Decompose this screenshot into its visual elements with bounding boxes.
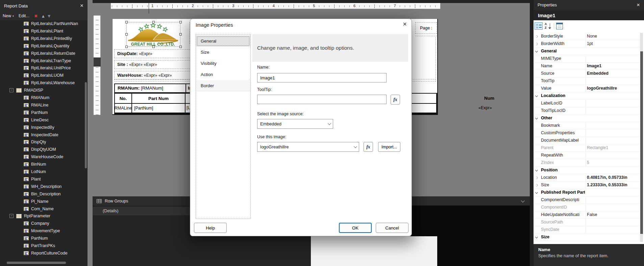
tree-field-item[interactable]: RptLiteralsLPlant <box>0 27 85 35</box>
tree-field-item[interactable]: ReportCultureCode <box>0 249 85 257</box>
property-row[interactable]: BorderWidth1pt <box>534 40 640 48</box>
group-collapse-icon[interactable] <box>535 117 538 119</box>
resize-handle[interactable] <box>152 46 155 48</box>
tree-field-item[interactable]: Bin_Description <box>0 190 85 198</box>
property-row[interactable]: ToolTip <box>534 77 640 85</box>
property-value[interactable]: 1.23333in, 0.55333in <box>587 183 639 187</box>
tree-field-item[interactable]: Plant <box>0 175 85 183</box>
property-value[interactable]: 0.40817in, 0.05733in <box>587 175 639 180</box>
property-row[interactable]: SyncDate <box>534 226 640 234</box>
property-value[interactable]: None <box>587 34 639 39</box>
tooltip-fx-button[interactable]: fx <box>391 95 400 104</box>
image-select[interactable]: logoGreathillre <box>257 142 359 152</box>
categorized-icon[interactable] <box>535 22 543 30</box>
tree-field-item[interactable]: WareHouseCode <box>0 153 85 161</box>
tree-field-item[interactable]: RMANum <box>0 94 85 101</box>
dialog-tab-visibility[interactable]: Visibility <box>196 58 250 69</box>
property-group-row[interactable]: Position <box>534 167 640 174</box>
new-button[interactable]: New▾ <box>3 14 14 18</box>
property-row[interactable]: LabelLocID <box>534 100 640 107</box>
property-row[interactable]: HideUpdateNotificatiFalse <box>534 211 640 219</box>
tree-field-item[interactable]: RptLiteralsLUnitPrice <box>0 64 85 72</box>
tree-field-item[interactable]: RptLiteralsLWarehouse <box>0 79 85 87</box>
col-partnum[interactable]: Part Num <box>132 94 185 103</box>
property-row[interactable]: Bookmark <box>534 122 640 129</box>
resize-handle[interactable] <box>152 21 155 23</box>
tree-field-item[interactable]: LineDesc <box>0 116 85 124</box>
group-collapse-icon[interactable] <box>535 94 538 97</box>
delete-icon[interactable]: ✖ <box>34 14 38 19</box>
edit-button[interactable]: Edit... <box>19 14 29 18</box>
tree-field-item[interactable]: Com_Name <box>0 205 85 213</box>
dialog-tab-border[interactable]: Border <box>196 80 250 91</box>
close-icon[interactable]: × <box>80 2 83 9</box>
resize-handle[interactable] <box>125 46 128 48</box>
property-row[interactable]: Size1.23333in, 0.55333in <box>534 182 640 189</box>
property-row[interactable]: ZIndex5 <box>534 159 640 167</box>
properties-scrollbar-track[interactable] <box>640 33 643 242</box>
property-expander-icon[interactable] <box>535 176 538 179</box>
property-value[interactable]: Rectangle1 <box>587 145 639 150</box>
tree-field-item[interactable]: RptLiteralsLReturnDate <box>0 50 85 57</box>
property-row[interactable]: ValuelogoGreathillre <box>534 85 640 92</box>
tree-field-item[interactable]: PartTranPKs <box>0 242 85 249</box>
ok-button[interactable]: OK <box>339 223 372 233</box>
property-expander-icon[interactable] <box>535 184 538 187</box>
tooltip-input[interactable] <box>257 95 387 104</box>
tree-field-item[interactable]: PartNum <box>0 235 85 242</box>
collapse-expander-icon[interactable]: − <box>9 88 14 92</box>
move-down-icon[interactable]: ▼ <box>48 14 51 18</box>
tree-field-item[interactable]: RptLiteralsLTranType <box>0 57 85 65</box>
tree-field-item[interactable]: DispQtyUOM <box>0 146 85 153</box>
dialog-tab-size[interactable]: Size <box>196 47 250 58</box>
resize-handle[interactable] <box>125 33 128 35</box>
page-number-textbox[interactable]: Page : <box>415 22 437 34</box>
property-row[interactable]: ParentRectangle1 <box>534 144 640 152</box>
collapse-expander-icon[interactable]: − <box>9 214 14 218</box>
tree-field-item[interactable]: RptLiteralsLQuantity <box>0 42 85 50</box>
help-button[interactable]: Help <box>194 223 227 233</box>
vertical-scrollbar[interactable] <box>85 82 87 168</box>
property-group-row[interactable]: Size <box>534 234 640 241</box>
tree-field-item[interactable]: LotNum <box>0 168 85 175</box>
resize-handle[interactable] <box>179 33 182 35</box>
property-row[interactable]: ComponentID <box>534 204 640 211</box>
property-row[interactable]: CustomProperties <box>534 129 640 137</box>
cancel-button[interactable]: Cancel <box>376 223 408 233</box>
tree-field-item[interactable]: InspectedDate <box>0 131 85 139</box>
property-row[interactable]: DocumentMapLabel <box>534 137 640 144</box>
group-collapse-icon[interactable] <box>535 169 538 171</box>
property-row[interactable]: Location0.40817in, 0.05733in <box>534 174 640 182</box>
property-row[interactable]: SourcePath <box>534 219 640 226</box>
group-collapse-icon[interactable] <box>535 191 538 194</box>
property-value[interactable]: Image1 <box>587 64 639 68</box>
image-fx-button[interactable]: fx <box>364 142 373 152</box>
property-group-row[interactable]: Localization <box>534 92 640 100</box>
property-group-row[interactable]: General <box>534 48 640 55</box>
tree-field-item[interactable]: MovementType <box>0 227 85 235</box>
tree-field-item[interactable]: RMALine <box>0 101 85 109</box>
properties-scrollbar-thumb[interactable] <box>640 51 643 234</box>
group-collapse-icon[interactable] <box>535 236 538 238</box>
property-value[interactable]: logoGreathillre <box>587 86 639 91</box>
tree-field-item[interactable]: Pl_Name <box>0 198 85 205</box>
property-value[interactable]: 1pt <box>587 41 639 46</box>
dialog-tab-general[interactable]: General <box>196 35 250 47</box>
logo-image-item[interactable]: GREAT HILL CO.,LTD. <box>126 22 180 47</box>
name-input[interactable] <box>257 73 387 82</box>
tree-field-item[interactable]: DispQty <box>0 138 85 146</box>
property-expander-icon[interactable] <box>535 43 538 45</box>
tree-field-item[interactable]: PartNum <box>0 109 85 116</box>
col-no[interactable]: No. <box>115 94 132 103</box>
close-icon[interactable]: × <box>637 2 640 8</box>
horizontal-scrollbar[interactable] <box>7 262 66 264</box>
property-pages-icon[interactable] <box>556 23 563 29</box>
chevron-down-icon[interactable] <box>521 198 525 202</box>
dialog-tab-action[interactable]: Action <box>196 69 250 80</box>
property-expander-icon[interactable] <box>535 35 538 38</box>
property-value[interactable]: Embedded <box>587 71 639 76</box>
property-row[interactable]: NameImage1 <box>534 63 640 70</box>
dialog-close-icon[interactable]: × <box>403 20 407 28</box>
rma-cell[interactable]: RMANum: [RMANum] <box>115 84 186 92</box>
tree-field-item[interactable]: Company <box>0 220 85 227</box>
